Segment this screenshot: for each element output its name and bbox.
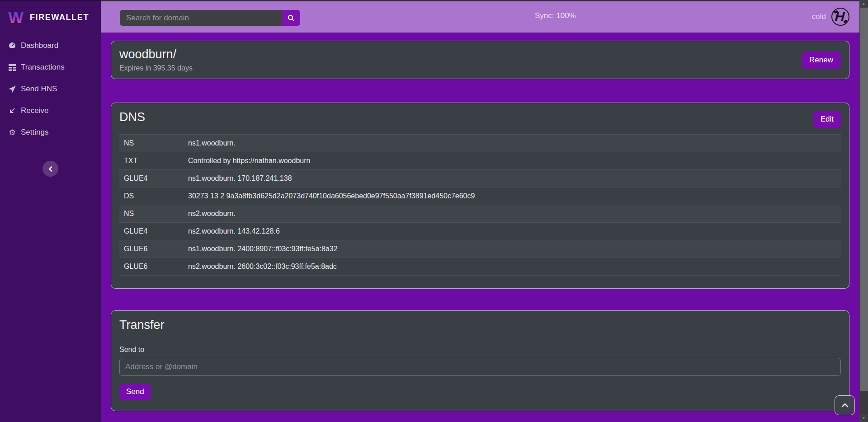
table-row: NSns1.woodburn. [119,135,841,152]
app-logo[interactable]: W FIREWALLET [0,1,101,35]
record-type: DS [119,188,184,205]
sidebar-collapse-button[interactable] [42,161,58,177]
table-row: GLUE4ns2.woodburn. 143.42.128.6 [119,223,841,240]
sidebar-item-label: Receive [21,106,48,115]
transactions-icon [8,63,16,71]
record-type: TXT [119,152,184,170]
search-icon [288,14,295,22]
table-row: DS30273 13 2 9a3a8fb3d625d2a2073d740f10d… [119,188,841,205]
record-type: GLUE4 [119,170,184,188]
svg-text:W: W [8,9,24,27]
dashboard-icon [8,42,16,50]
vertical-scrollbar[interactable]: ▲ ▼ [859,0,868,422]
chevron-left-icon [48,166,53,172]
sidebar-item-send-hns[interactable]: Send HNS [0,78,101,100]
sidebar-item-dashboard[interactable]: Dashboard [0,35,101,56]
record-value: ns2.woodburn. 2600:3c02::f03c:93ff:fe5a:… [184,258,841,276]
record-value: Controlled by https://nathan.woodburn [184,152,841,170]
domain-title: woodburn/ [119,47,193,61]
sidebar: W FIREWALLET Dashboard Transactions Send… [0,0,101,422]
record-value: ns1.woodburn. 2400:8907::f03c:93ff:fe5a:… [184,240,841,258]
table-row: GLUE6ns1.woodburn. 2400:8907::f03c:93ff:… [119,240,841,258]
sidebar-item-label: Transactions [21,63,65,72]
wallet-name: cold [812,12,826,21]
settings-icon: ⚙ [8,128,16,136]
transfer-card: Transfer Send to Send [111,310,849,411]
sidebar-item-label: Send HNS [21,84,57,94]
sidebar-item-label: Dashboard [21,41,58,50]
dns-card: DNS Edit NSns1.woodburn. TXTControlled b… [111,103,849,289]
dns-records-table: NSns1.woodburn. TXTControlled by https:/… [119,134,841,276]
search-button[interactable] [282,10,300,26]
sync-status: Sync: 100% [535,11,576,20]
domain-card-text: woodburn/ Expires in 395.35 days [119,47,193,72]
scrollbar-up-arrow-icon[interactable]: ▲ [859,0,868,8]
scroll-to-top-button[interactable] [835,395,855,415]
record-type: GLUE4 [119,223,184,240]
send-to-label: Send to [119,346,841,354]
scrollbar-down-arrow-icon[interactable]: ▼ [859,414,868,422]
main-content: woodburn/ Expires in 395.35 days Renew D… [101,33,859,422]
record-value: ns2.woodburn. [184,205,841,223]
sidebar-item-transactions[interactable]: Transactions [0,56,101,78]
firewallet-logo-icon: W [6,8,25,27]
domain-search [120,10,300,26]
transfer-title: Transfer [119,318,841,332]
sidebar-item-settings[interactable]: ⚙ Settings [0,122,101,143]
wallet-selector[interactable]: cold H [812,7,850,27]
table-row: GLUE6ns2.woodburn. 2600:3c02::f03c:93ff:… [119,258,841,276]
record-value: ns2.woodburn. 143.42.128.6 [184,223,841,240]
table-row: NSns2.woodburn. [119,205,841,223]
app-title: FIREWALLET [30,13,89,22]
domain-card: woodburn/ Expires in 395.35 days Renew [111,41,849,79]
record-type: NS [119,135,184,152]
table-row: TXTControlled by https://nathan.woodburn [119,152,841,170]
send-button[interactable]: Send [119,384,151,400]
record-type: GLUE6 [119,240,184,258]
renew-button[interactable]: Renew [802,52,841,69]
record-type: NS [119,205,184,223]
table-row: GLUE4ns1.woodburn. 170.187.241.138 [119,170,841,188]
dns-title: DNS [119,110,841,124]
record-value: 30273 13 2 9a3a8fb3d625d2a2073d740f10da6… [184,188,841,205]
transfer-address-input[interactable] [119,358,841,376]
topbar: Sync: 100% cold H [101,0,859,33]
chevron-up-icon [841,403,849,408]
sidebar-item-label: Settings [21,128,48,137]
sidebar-item-receive[interactable]: Receive [0,100,101,122]
record-value: ns1.woodburn. 170.187.241.138 [184,170,841,188]
edit-dns-button[interactable]: Edit [813,111,841,128]
scrollbar-thumb[interactable] [860,8,868,391]
record-value: ns1.woodburn. [184,135,841,152]
domain-expiry: Expires in 395.35 days [119,64,193,72]
send-icon [8,85,16,93]
record-type: GLUE6 [119,258,184,276]
search-input[interactable] [120,10,282,26]
receive-icon [8,107,16,115]
handshake-logo-icon: H [830,7,850,27]
